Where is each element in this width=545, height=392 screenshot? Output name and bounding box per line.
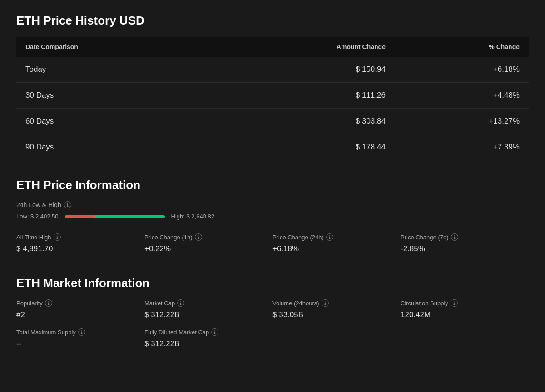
percent-cell: +6.18% <box>395 57 529 83</box>
market-info-title: ETH Market Information <box>16 276 529 290</box>
period-cell: 60 Days <box>16 109 210 134</box>
stat-item: Price Change (24h) ℹ +6.18% <box>272 233 401 258</box>
market-item: Total Maximum Supply ℹ -- <box>16 328 144 348</box>
market-info-icon[interactable]: ℹ <box>177 299 184 307</box>
col-percent-change: % Change <box>395 37 529 57</box>
market-value: -- <box>16 339 144 348</box>
market-label: Popularity ℹ <box>16 299 144 307</box>
table-row: 30 Days $ 111.26 +4.48% <box>16 83 529 109</box>
amount-cell: $ 303.84 <box>210 109 395 134</box>
amount-cell: $ 150.94 <box>210 57 395 83</box>
stat-value: $ 4,891.70 <box>16 244 144 253</box>
stat-item: Price Change (7d) ℹ -2.85% <box>401 233 529 258</box>
market-info-icon[interactable]: ℹ <box>451 299 458 307</box>
price-history-section: ETH Price History USD Date Comparison Am… <box>16 14 529 160</box>
stat-value: +0.22% <box>144 244 272 253</box>
market-label: Total Maximum Supply ℹ <box>16 328 144 336</box>
market-value: #2 <box>16 310 144 319</box>
stat-item: All Time High ℹ $ 4,891.70 <box>16 233 144 258</box>
stat-label: Price Change (24h) ℹ <box>272 233 401 241</box>
period-cell: 90 Days <box>16 134 210 160</box>
market-item: Popularity ℹ #2 <box>16 299 144 319</box>
price-info-title: ETH Price Information <box>16 178 529 192</box>
period-cell: 30 Days <box>16 83 210 109</box>
stat-label: All Time High ℹ <box>16 233 144 241</box>
col-amount-change: Amount Change <box>210 37 395 57</box>
table-row: 60 Days $ 303.84 +13.27% <box>16 109 529 134</box>
market-label: Fully Diluted Market Cap ℹ <box>144 328 272 336</box>
period-cell: Today <box>16 57 210 83</box>
market-value: 120.42M <box>401 310 529 319</box>
market-item: Market Cap ℹ $ 312.22B <box>144 299 272 319</box>
percent-cell: +4.48% <box>395 83 529 109</box>
market-label: Circulation Supply ℹ <box>401 299 529 307</box>
price-history-title: ETH Price History USD <box>16 14 529 28</box>
market-info-section: ETH Market Information Popularity ℹ #2 M… <box>16 276 529 348</box>
amount-cell: $ 111.26 <box>210 83 395 109</box>
percent-cell: +13.27% <box>395 109 529 134</box>
low-high-bar-container: Low: $ 2,402.50 High: $ 2,640.82 <box>16 213 529 220</box>
table-header-row: Date Comparison Amount Change % Change <box>16 37 529 57</box>
market-info-icon[interactable]: ℹ <box>322 299 329 307</box>
market-label: Volume (24hours) ℹ <box>272 299 401 307</box>
stat-info-icon[interactable]: ℹ <box>451 233 458 241</box>
stat-item: Price Change (1h) ℹ +0.22% <box>144 233 272 258</box>
market-label: Market Cap ℹ <box>144 299 272 307</box>
price-stats-grid: All Time High ℹ $ 4,891.70 Price Change … <box>16 233 529 258</box>
stat-value: +6.18% <box>272 244 401 253</box>
low-value-label: Low: $ 2,402.50 <box>16 213 59 220</box>
stat-label: Price Change (1h) ℹ <box>144 233 272 241</box>
price-history-table: Date Comparison Amount Change % Change T… <box>16 37 529 160</box>
amount-cell: $ 178.44 <box>210 134 395 160</box>
low-high-label-text: 24h Low & High <box>16 201 61 208</box>
stat-info-icon[interactable]: ℹ <box>326 233 333 241</box>
high-value-label: High: $ 2,640.82 <box>171 213 214 220</box>
stat-label: Price Change (7d) ℹ <box>401 233 529 241</box>
market-item: Fully Diluted Market Cap ℹ $ 312.22B <box>144 328 272 348</box>
percent-cell: +7.39% <box>395 134 529 160</box>
stat-value: -2.85% <box>401 244 529 253</box>
market-item: Circulation Supply ℹ 120.42M <box>401 299 529 319</box>
market-info-icon[interactable]: ℹ <box>211 328 218 336</box>
market-item: Volume (24hours) ℹ $ 33.05B <box>272 299 401 319</box>
market-grid-bottom: Total Maximum Supply ℹ -- Fully Diluted … <box>16 328 529 348</box>
market-value: $ 33.05B <box>272 310 401 319</box>
table-row: 90 Days $ 178.44 +7.39% <box>16 134 529 160</box>
table-row: Today $ 150.94 +6.18% <box>16 57 529 83</box>
market-info-icon[interactable]: ℹ <box>45 299 52 307</box>
col-date-comparison: Date Comparison <box>16 37 210 57</box>
market-info-icon[interactable]: ℹ <box>78 328 85 336</box>
market-grid-top: Popularity ℹ #2 Market Cap ℹ $ 312.22B V… <box>16 299 529 319</box>
price-range-bar <box>65 215 165 218</box>
low-high-info-icon[interactable]: ℹ <box>64 201 71 208</box>
stat-info-icon[interactable]: ℹ <box>195 233 202 241</box>
market-value: $ 312.22B <box>144 339 272 348</box>
market-value: $ 312.22B <box>144 310 272 319</box>
low-high-label: 24h Low & High ℹ <box>16 201 529 208</box>
stat-info-icon[interactable]: ℹ <box>54 233 61 241</box>
price-info-section: ETH Price Information 24h Low & High ℹ L… <box>16 178 529 258</box>
